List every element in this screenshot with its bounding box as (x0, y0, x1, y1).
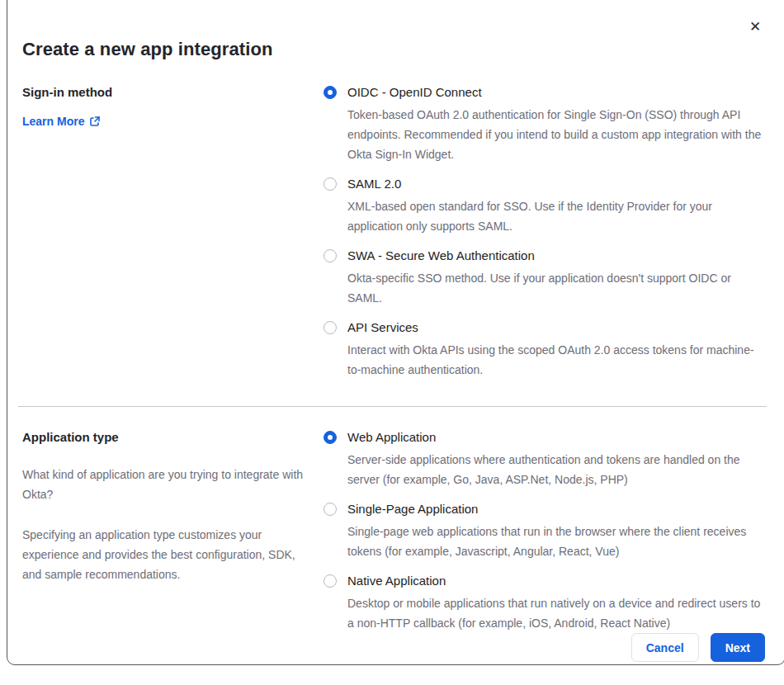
option-label: API Services (347, 321, 764, 334)
option-description: Interact with Okta APIs using the scoped… (347, 340, 764, 380)
option-description: Okta-specific SSO method. Use if your ap… (347, 268, 764, 308)
cancel-button[interactable]: Cancel (631, 633, 699, 662)
application-type-question: What kind of application are you trying … (22, 465, 307, 504)
radio-option-saml[interactable]: SAML 2.0 XML-based open standard for SSO… (324, 177, 767, 236)
radio-option-api-services[interactable]: API Services Interact with Okta APIs usi… (324, 321, 767, 380)
option-label: OIDC - OpenID Connect (347, 86, 764, 99)
application-type-section: Application type What kind of applicatio… (22, 431, 767, 633)
application-type-note: Specifying an application type customize… (22, 525, 307, 584)
signin-method-section: Sign-in method Learn More OIDC - OpenID … (22, 86, 767, 380)
option-text: SWA - Secure Web Authentication Okta-spe… (347, 249, 764, 308)
option-label: SWA - Secure Web Authentication (347, 249, 764, 262)
signin-method-options: OIDC - OpenID Connect Token-based OAuth … (324, 86, 767, 380)
option-text: OIDC - OpenID Connect Token-based OAuth … (347, 86, 764, 164)
signin-method-left-column: Sign-in method Learn More (22, 86, 324, 380)
learn-more-link[interactable]: Learn More (22, 115, 101, 128)
application-type-label: Application type (22, 431, 324, 444)
option-label: SAML 2.0 (347, 177, 764, 191)
option-text: API Services Interact with Okta APIs usi… (347, 321, 764, 380)
radio-button-saml[interactable] (324, 177, 337, 191)
application-type-left-column: Application type What kind of applicatio… (22, 431, 324, 633)
radio-button-swa[interactable] (324, 249, 337, 262)
option-description: Token-based OAuth 2.0 authentication for… (347, 105, 764, 164)
radio-option-swa[interactable]: SWA - Secure Web Authentication Okta-spe… (324, 249, 767, 308)
radio-button-single-page-application[interactable] (324, 503, 337, 516)
radio-option-native-application[interactable]: Native Application Desktop or mobile app… (324, 574, 767, 633)
application-type-options: Web Application Server-side applications… (324, 431, 767, 633)
create-app-integration-dialog: ✕ Create a new app integration Sign-in m… (7, 0, 784, 665)
option-description: XML-based open standard for SSO. Use if … (347, 196, 764, 236)
radio-option-oidc[interactable]: OIDC - OpenID Connect Token-based OAuth … (324, 86, 767, 164)
option-description: Single-page web applications that run in… (347, 522, 764, 561)
section-divider (18, 406, 767, 407)
option-text: SAML 2.0 XML-based open standard for SSO… (347, 177, 764, 236)
close-icon[interactable]: ✕ (745, 17, 765, 37)
radio-button-native-application[interactable] (324, 574, 337, 588)
dialog-title: Create a new app integration (22, 39, 767, 60)
option-label: Web Application (347, 431, 764, 444)
radio-option-single-page-application[interactable]: Single-Page Application Single-page web … (324, 503, 767, 561)
option-text: Web Application Server-side applications… (347, 431, 764, 489)
option-description: Desktop or mobile applications that run … (347, 593, 764, 633)
option-label: Single-Page Application (347, 503, 764, 516)
next-button[interactable]: Next (711, 633, 765, 662)
radio-button-oidc[interactable] (324, 86, 337, 99)
radio-option-web-application[interactable]: Web Application Server-side applications… (324, 431, 767, 489)
option-text: Single-Page Application Single-page web … (347, 503, 764, 561)
signin-method-label: Sign-in method (22, 86, 324, 99)
radio-button-api-services[interactable] (324, 321, 337, 334)
external-link-icon (89, 116, 101, 127)
option-label: Native Application (347, 574, 764, 588)
dialog-footer: Cancel Next (22, 633, 767, 664)
option-description: Server-side applications where authentic… (347, 450, 764, 489)
option-text: Native Application Desktop or mobile app… (347, 574, 764, 633)
learn-more-label: Learn More (22, 115, 84, 128)
radio-button-web-application[interactable] (324, 431, 337, 444)
